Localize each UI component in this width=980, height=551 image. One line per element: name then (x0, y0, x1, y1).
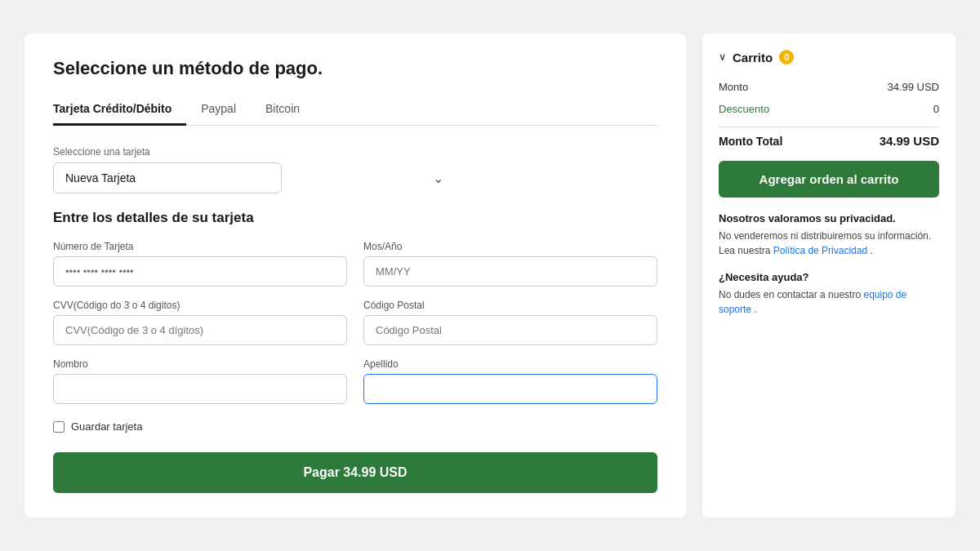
add-cart-button[interactable]: Agregar orden al carrito (719, 161, 939, 198)
cart-badge: 0 (779, 50, 794, 64)
privacy-text: No venderemos ni distribuiremos su infor… (719, 229, 939, 258)
postal-group: Código Postal (363, 300, 657, 345)
monto-row: Monto 34.99 USD (719, 76, 939, 98)
postal-label: Código Postal (363, 300, 657, 311)
card-details-title: Entre los detalles de su tarjeta (53, 210, 657, 226)
first-name-input[interactable] (53, 374, 347, 404)
cart-label: Carrito (733, 51, 773, 64)
total-value: 34.99 USD (880, 134, 939, 148)
page-title: Seleccione un método de pago. (53, 58, 657, 79)
total-label: Monto Total (719, 135, 782, 148)
card-form-grid: Número de Tarjeta Mos/Año CVV(Código do … (53, 241, 657, 404)
tab-paypal[interactable]: Paypal (186, 96, 251, 126)
cvv-label: CVV(Código do 3 o 4 digitos) (53, 300, 347, 311)
total-row: Monto Total 34.99 USD (719, 134, 939, 148)
first-name-label: Nombro (53, 358, 347, 370)
monto-label: Monto (719, 81, 748, 93)
help-text: No dudes en contactar a nuestro equipo d… (719, 287, 939, 317)
last-name-label: Apellido (363, 358, 657, 370)
expiry-group: Mos/Año (363, 241, 657, 287)
save-card-row: Guardar tarjeta (53, 420, 657, 433)
save-card-checkbox[interactable] (53, 421, 65, 433)
cvv-input[interactable] (53, 315, 347, 345)
expiry-input[interactable] (363, 256, 657, 287)
card-select[interactable]: Nueva Tarjeta (53, 162, 282, 193)
descuento-value: 0 (933, 103, 939, 115)
privacy-link[interactable]: Política de Privacidad (773, 245, 867, 256)
descuento-row: Descuento 0 (719, 98, 939, 120)
help-title: ¿Necesita ayuda? (719, 271, 939, 283)
first-name-group: Nombro (53, 358, 347, 404)
privacy-suffix: . (870, 245, 872, 256)
pay-button[interactable]: Pagar 34.99 USD (53, 452, 657, 493)
last-name-group: Apellido (363, 358, 657, 404)
descuento-label: Descuento (719, 103, 769, 115)
monto-value: 34.99 USD (887, 81, 939, 93)
tab-credit[interactable]: Tarjeta Crédito/Débito (53, 96, 186, 126)
cart-header[interactable]: ∨ Carrito 0 (719, 50, 939, 64)
tab-bitcoin[interactable]: Bitcoin (251, 96, 314, 126)
postal-input[interactable] (363, 315, 657, 345)
main-panel: Seleccione un método de pago. Tarjeta Cr… (24, 33, 686, 518)
privacy-title: Nosotros valoramos su privacidad. (719, 212, 939, 224)
help-text-content: No dudes en contactar a nuestro (719, 289, 861, 300)
sidebar-panel: ∨ Carrito 0 Monto 34.99 USD Descuento 0 … (702, 33, 956, 518)
tabs-container: Tarjeta Crédito/Débito Paypal Bitcoin (53, 96, 657, 126)
help-suffix: . (754, 304, 756, 315)
card-select-group: Seleccione una tarjeta Nueva Tarjeta (53, 146, 657, 193)
card-number-group: Número de Tarjeta (53, 241, 347, 287)
card-number-input[interactable] (53, 256, 347, 287)
expiry-label: Mos/Año (363, 241, 657, 252)
save-card-label[interactable]: Guardar tarjeta (71, 420, 142, 433)
cart-divider (719, 127, 939, 127)
last-name-input[interactable] (363, 374, 657, 404)
privacy-block: Nosotros valoramos su privacidad. No ven… (719, 212, 939, 258)
card-select-wrapper: Nueva Tarjeta (53, 162, 657, 193)
card-number-label: Número de Tarjeta (53, 241, 347, 252)
card-select-label: Seleccione una tarjeta (53, 146, 657, 158)
page-wrapper: Seleccione un método de pago. Tarjeta Cr… (16, 25, 964, 526)
help-block: ¿Necesita ayuda? No dudes en contactar a… (719, 271, 939, 317)
cvv-group: CVV(Código do 3 o 4 digitos) (53, 300, 347, 345)
chevron-down-icon: ∨ (719, 51, 726, 63)
